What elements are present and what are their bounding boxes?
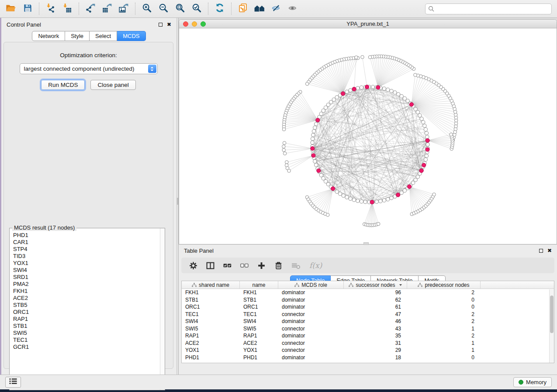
dominator-node[interactable] <box>311 154 315 158</box>
leaf-node[interactable] <box>349 197 352 200</box>
leaf-node[interactable] <box>432 193 436 196</box>
show-columns-button[interactable] <box>206 261 214 270</box>
network-canvas[interactable] <box>179 28 557 244</box>
leaf-node[interactable] <box>324 179 327 183</box>
leaf-node[interactable] <box>377 222 380 226</box>
first-neighbors-button[interactable] <box>251 2 268 16</box>
leaf-node[interactable] <box>324 106 327 109</box>
column-header-predecessor-nodes[interactable]: predecessor nodes <box>407 281 481 289</box>
zoom-out-button[interactable] <box>155 2 172 16</box>
minimize-window-icon[interactable] <box>192 21 197 27</box>
mcds-result-item[interactable]: CAR1 <box>13 239 160 246</box>
leaf-node[interactable] <box>382 87 386 90</box>
leaf-node[interactable] <box>315 122 318 126</box>
leaf-node[interactable] <box>352 198 356 202</box>
mcds-result-item[interactable]: TID3 <box>13 253 160 260</box>
dominator-node[interactable] <box>370 200 374 204</box>
leaf-node[interactable] <box>418 113 422 117</box>
mcds-result-list[interactable]: PHD1CAR1STP4TID3YOX1SWI4SRD1PMA2FKH1ACE2… <box>10 229 160 390</box>
leaf-node[interactable] <box>349 89 352 92</box>
leaf-node[interactable] <box>313 126 317 129</box>
function-builder-button-disabled[interactable]: f(x) <box>309 261 322 270</box>
leaf-node[interactable] <box>426 143 429 146</box>
leaf-node[interactable] <box>414 178 417 182</box>
mcds-result-item[interactable]: STB1 <box>13 323 160 330</box>
leaf-node[interactable] <box>283 152 287 155</box>
tab-network[interactable]: Network <box>32 31 65 41</box>
network-window-titlebar[interactable]: YPA_prune.txt_1 <box>179 20 557 28</box>
leaf-node[interactable] <box>322 176 325 180</box>
dominator-node[interactable] <box>311 147 315 151</box>
close-table-panel-button[interactable]: ✖ <box>547 248 552 253</box>
leaf-node[interactable] <box>400 94 403 98</box>
leaf-node[interactable] <box>285 161 288 164</box>
dominator-node[interactable] <box>341 92 345 96</box>
table-scrollbar-thumb[interactable] <box>550 296 554 333</box>
mcds-result-item[interactable]: ACE2 <box>13 295 160 302</box>
table-row[interactable]: TEC1TEC1connector472 <box>182 311 554 318</box>
leaf-node[interactable] <box>287 169 291 172</box>
leaf-node[interactable] <box>338 192 342 196</box>
leaf-node[interactable] <box>397 93 400 96</box>
close-window-icon[interactable] <box>183 21 188 27</box>
leaf-node[interactable] <box>326 213 329 217</box>
table-row[interactable]: PHD1PHD1dominator180 <box>182 354 554 361</box>
leaf-node[interactable] <box>283 141 286 145</box>
leaf-node[interactable] <box>386 88 390 91</box>
show-panels-menu-button[interactable] <box>5 377 21 388</box>
leaf-node[interactable] <box>403 96 406 100</box>
table-settings-button[interactable] <box>189 261 197 270</box>
maximize-window-icon[interactable] <box>201 21 206 27</box>
add-column-button[interactable] <box>257 261 266 270</box>
delete-table-button-disabled[interactable] <box>291 262 301 269</box>
leaf-node[interactable] <box>313 160 317 163</box>
leaf-node[interactable] <box>356 86 360 90</box>
leaf-node[interactable] <box>360 199 363 203</box>
leaf-node[interactable] <box>311 137 315 141</box>
leaf-node[interactable] <box>305 82 309 86</box>
deselect-all-rows-button[interactable] <box>240 261 249 270</box>
leaf-node[interactable] <box>371 85 374 89</box>
leaf-node[interactable] <box>425 131 428 135</box>
column-header-MCDS-role[interactable]: MCDS role <box>278 281 344 289</box>
leaf-node[interactable] <box>282 145 286 148</box>
mcds-result-item[interactable]: SWI5 <box>13 330 160 337</box>
close-panel-button[interactable]: ✖ <box>167 22 171 27</box>
clone-network-button[interactable] <box>235 2 251 16</box>
open-session-button[interactable] <box>3 2 19 16</box>
leaf-node[interactable] <box>411 181 415 185</box>
dominator-node[interactable] <box>352 87 356 91</box>
mcds-result-item[interactable]: PHD1 <box>13 232 160 239</box>
leaf-node[interactable] <box>390 196 393 199</box>
leaf-node[interactable] <box>342 194 345 197</box>
leaf-node[interactable] <box>390 89 393 93</box>
leaf-node[interactable] <box>416 110 419 114</box>
dominator-node[interactable] <box>317 168 321 172</box>
leaf-node[interactable] <box>335 96 339 99</box>
leaf-node[interactable] <box>361 55 364 59</box>
table-row[interactable]: FKH1FKH1dominator962 <box>182 289 554 296</box>
leaf-node[interactable] <box>400 191 403 194</box>
column-header-successor-nodes[interactable]: successor nodes <box>344 281 407 289</box>
leaf-node[interactable] <box>424 127 427 131</box>
tab-select[interactable]: Select <box>90 31 117 41</box>
export-network-button[interactable] <box>82 2 99 16</box>
dominator-node[interactable] <box>409 103 413 107</box>
dominator-node[interactable] <box>422 163 426 167</box>
mcds-result-item[interactable]: TEC1 <box>13 337 160 344</box>
mcds-result-item[interactable]: YOX1 <box>13 260 160 267</box>
mcds-result-item[interactable]: GCR1 <box>13 344 160 351</box>
leaf-node[interactable] <box>360 86 363 89</box>
leaf-node[interactable] <box>332 98 336 101</box>
export-table-button[interactable] <box>99 2 115 16</box>
leaf-node[interactable] <box>393 91 397 94</box>
table-row[interactable]: YOX1YOX1connector291 <box>182 347 554 354</box>
mcds-result-item[interactable]: STP4 <box>13 246 160 253</box>
leaf-node[interactable] <box>450 133 453 136</box>
leaf-node[interactable] <box>422 120 425 124</box>
leaf-node[interactable] <box>423 124 426 127</box>
leaf-node[interactable] <box>414 107 417 111</box>
mcds-result-item[interactable]: SRD1 <box>13 274 160 281</box>
column-header-shared-name[interactable]: shared name <box>182 281 240 289</box>
table-row[interactable]: STB1STB1dominator620 <box>182 296 554 304</box>
